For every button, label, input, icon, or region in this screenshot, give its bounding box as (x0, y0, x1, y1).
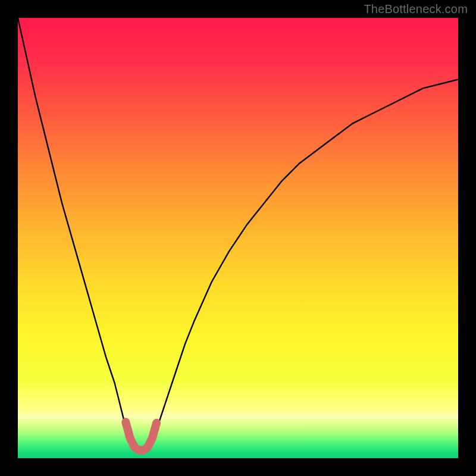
chart-frame: TheBottleneck.com (0, 0, 476, 476)
watermark-text: TheBottleneck.com (364, 2, 468, 16)
bottleneck-chart (18, 18, 458, 458)
